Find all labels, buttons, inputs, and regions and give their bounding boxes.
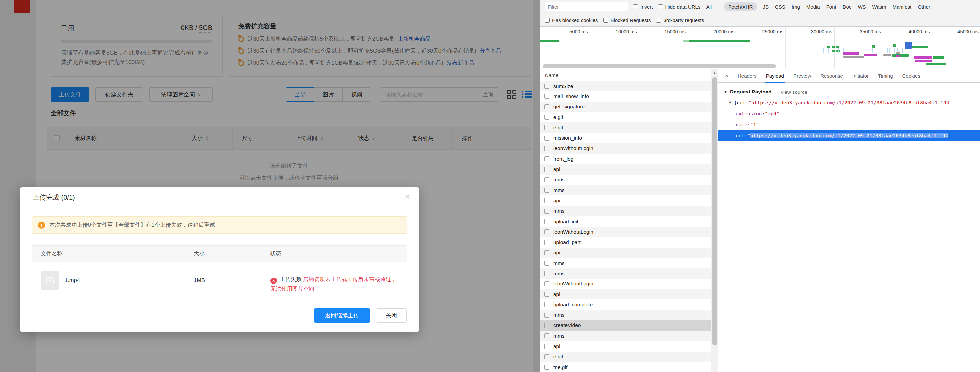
request-checkbox[interactable]	[544, 271, 549, 276]
request-checkbox[interactable]	[544, 209, 549, 214]
request-row[interactable]: mms	[541, 206, 718, 216]
filter-type-other[interactable]: Other	[917, 2, 931, 11]
request-row[interactable]: api	[541, 195, 718, 206]
close-detail-icon[interactable]: ×	[721, 73, 733, 79]
request-row[interactable]: createVideo	[541, 320, 718, 331]
hide-data-urls-checkbox[interactable]: Hide data URLs	[658, 4, 701, 9]
request-checkbox[interactable]	[544, 84, 549, 89]
vertical-scrollbar-thumb[interactable]	[712, 77, 718, 345]
detail-tab-preview[interactable]: Preview	[789, 69, 816, 82]
request-checkbox[interactable]	[544, 292, 549, 297]
request-checkbox[interactable]	[544, 146, 549, 151]
request-checkbox[interactable]	[544, 167, 549, 172]
filter-type-css[interactable]: CSS	[775, 2, 786, 11]
request-checkbox[interactable]	[544, 104, 549, 109]
checkbox-icon[interactable]	[603, 17, 608, 23]
request-checkbox[interactable]	[544, 323, 549, 328]
request-row[interactable]: mms	[541, 310, 718, 320]
request-row[interactable]: api	[541, 164, 718, 174]
request-row[interactable]: mission_info	[541, 133, 718, 143]
detail-tab-headers[interactable]: Headers	[733, 69, 761, 82]
filter-type-ws[interactable]: WS	[857, 2, 866, 11]
toolbar-checkbox[interactable]: Has blocked cookies	[545, 17, 598, 23]
filter-type-media[interactable]: Media	[806, 2, 821, 11]
request-row[interactable]: api	[541, 247, 718, 258]
request-row[interactable]: leonWithoutLogin	[541, 279, 718, 289]
request-row[interactable]: sumSize	[541, 81, 718, 91]
filter-type-doc[interactable]: Doc	[842, 2, 853, 11]
request-checkbox[interactable]	[544, 177, 549, 182]
filter-type-fetchxhr[interactable]: Fetch/XHR	[724, 2, 757, 11]
detail-tab-payload[interactable]: Payload	[761, 69, 789, 82]
request-checkbox[interactable]	[544, 365, 549, 370]
horizontal-scrollbar-thumb[interactable]	[543, 64, 776, 68]
request-row[interactable]: upload_init	[541, 216, 718, 226]
checkbox-icon[interactable]	[656, 17, 661, 23]
request-row[interactable]: leonWithoutLogin	[541, 143, 718, 154]
detail-tab-response[interactable]: Response	[816, 69, 848, 82]
request-row[interactable]: e.gif	[541, 112, 718, 122]
view-source-link[interactable]: view source	[781, 89, 807, 95]
request-row[interactable]: mms	[541, 268, 718, 279]
continue-upload-button[interactable]: 返回继续上传	[314, 309, 370, 323]
request-checkbox[interactable]	[544, 261, 549, 266]
request-row[interactable]: front_log	[541, 154, 718, 164]
toolbar-checkbox[interactable]: 3rd-party requests	[656, 17, 704, 23]
request-row[interactable]: upload_part	[541, 237, 718, 247]
request-checkbox[interactable]	[544, 157, 549, 161]
request-row[interactable]: mms	[541, 331, 718, 341]
detail-tab-cookies[interactable]: Cookies	[897, 69, 925, 82]
checkbox-icon[interactable]	[545, 17, 550, 23]
request-checkbox[interactable]	[544, 282, 549, 287]
request-checkbox[interactable]	[544, 198, 549, 203]
request-row[interactable]: tne.gif	[541, 362, 718, 372]
request-checkbox[interactable]	[544, 355, 549, 359]
request-checkbox[interactable]	[544, 313, 549, 318]
filter-type-all[interactable]: All	[705, 2, 713, 11]
request-row[interactable]: mall_show_info	[541, 91, 718, 101]
request-row[interactable]: mms	[541, 175, 718, 185]
request-row[interactable]: upload_complete	[541, 299, 718, 310]
request-checkbox[interactable]	[544, 136, 549, 141]
request-checkbox[interactable]	[544, 302, 549, 307]
request-row[interactable]: api	[541, 341, 718, 351]
request-checkbox[interactable]	[544, 219, 549, 224]
toolbar-checkbox[interactable]: Blocked Requests	[603, 17, 651, 23]
filter-type-font[interactable]: Font	[826, 2, 837, 11]
collapse-triangle-icon[interactable]: ▼	[724, 90, 727, 94]
filter-type-wasm[interactable]: Wasm	[872, 2, 887, 11]
filter-type-js[interactable]: JS	[762, 2, 769, 11]
request-checkbox[interactable]	[544, 125, 549, 130]
request-checkbox[interactable]	[544, 188, 549, 193]
filter-input[interactable]	[545, 2, 628, 11]
request-checkbox[interactable]	[544, 250, 549, 255]
payload-preview-line[interactable]: ▼ {url: "https://video3.yangkeduo.com/i1…	[718, 97, 980, 108]
invert-checkbox[interactable]: Invert	[633, 4, 653, 9]
request-checkbox[interactable]	[544, 229, 549, 234]
close-icon[interactable]: ×	[405, 192, 410, 201]
request-row[interactable]: e.gif	[541, 122, 718, 133]
request-row[interactable]: e.gif	[541, 352, 718, 362]
request-checkbox[interactable]	[544, 115, 549, 120]
scroll-up-icon[interactable]: ▲	[711, 71, 718, 74]
request-row[interactable]: mms	[541, 258, 718, 268]
close-button[interactable]: 关闭	[376, 309, 407, 323]
request-checkbox[interactable]	[544, 333, 549, 339]
payload-prop[interactable]: url: "https://video3.yangkeduo.com/i1/20…	[718, 130, 980, 141]
request-row[interactable]: api	[541, 289, 718, 299]
collapse-triangle-icon[interactable]: ▼	[729, 100, 732, 105]
detail-tab-timing[interactable]: Timing	[873, 69, 897, 82]
request-row[interactable]: get_signature	[541, 102, 718, 112]
detail-tab-initiator[interactable]: Initiator	[848, 69, 873, 82]
request-row[interactable]: leonWithoutLogin	[541, 226, 718, 237]
payload-prop[interactable]: name: "1"	[718, 119, 980, 130]
request-checkbox[interactable]	[544, 240, 549, 245]
checkbox-icon[interactable]	[633, 4, 638, 9]
filter-type-manifest[interactable]: Manifest	[892, 2, 912, 11]
request-checkbox[interactable]	[544, 344, 549, 349]
checkbox-icon[interactable]	[658, 4, 663, 9]
request-checkbox[interactable]	[544, 94, 549, 99]
name-column-header[interactable]: Name	[541, 69, 718, 81]
filter-type-img[interactable]: Img	[791, 2, 801, 11]
payload-prop[interactable]: extension: "mp4"	[718, 108, 980, 119]
